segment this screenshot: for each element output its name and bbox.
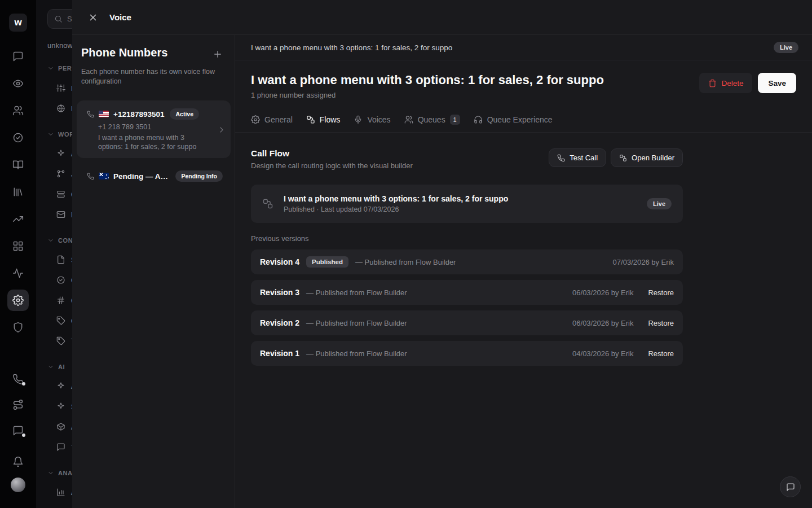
au-flag-icon: [99, 173, 109, 179]
git-branch-icon: [56, 169, 65, 178]
chat-nav-button[interactable]: [7, 420, 29, 441]
revision-row: Revision 1 — Published from Flow Builder…: [251, 341, 683, 366]
pending-info-badge[interactable]: Pending Info: [175, 170, 223, 182]
tab-label: General: [264, 115, 293, 124]
workflow-icon: [619, 154, 627, 162]
sparkles-icon: [56, 402, 65, 411]
check-circle-icon: [56, 275, 65, 284]
restore-button[interactable]: Restore: [648, 319, 674, 327]
search-placeholder: S: [67, 15, 72, 23]
bar-chart-icon: [56, 488, 65, 497]
left-rail: w: [0, 0, 36, 508]
gear-icon: [12, 295, 24, 306]
section-label: ANA: [58, 470, 73, 476]
revision-note: — Published from Flow Builder: [306, 319, 407, 327]
docs-nav-button[interactable]: [7, 154, 29, 176]
settings-nav-button[interactable]: [7, 290, 29, 311]
current-version-meta: Published · Last updated 07/03/2026: [284, 205, 508, 213]
section-label: AI: [58, 364, 65, 370]
chat-widget-button[interactable]: [780, 476, 801, 497]
phone-icon: [87, 173, 94, 180]
library-icon: [12, 186, 24, 198]
call-flow-title: Call Flow: [251, 148, 413, 159]
revision-note: — Published from Flow Builder: [306, 288, 407, 297]
phone-number-formatted: +1 218 789 3501: [77, 120, 231, 131]
voice-overlay-header: Voice: [72, 0, 812, 35]
delete-button[interactable]: Delete: [699, 73, 752, 93]
user-avatar[interactable]: [11, 478, 25, 492]
page-subtitle: 1 phone number assigned: [251, 91, 604, 99]
phone-icon: [87, 111, 94, 118]
rows-icon: [56, 190, 65, 199]
flows-nav-button[interactable]: [7, 394, 29, 415]
library-nav-button[interactable]: [7, 181, 29, 203]
tag-icon: [56, 316, 65, 325]
sidebar-section-config[interactable]: CON: [47, 236, 73, 245]
app-logo[interactable]: w: [9, 14, 27, 32]
users-icon: [404, 115, 413, 124]
sidebar-section-analytics[interactable]: ANA: [47, 468, 73, 478]
trash-icon: [708, 79, 717, 87]
restore-button[interactable]: Restore: [648, 349, 674, 358]
contacts-nav-button[interactable]: [7, 100, 29, 121]
flow-topbar-title: I want a phone menu with 3 options: 1 fo…: [251, 43, 452, 52]
phone-number-card-active[interactable]: +12187893501 Active +1 218 789 3501 I wa…: [77, 100, 231, 158]
analytics-nav-button[interactable]: [7, 208, 29, 230]
tab-flows[interactable]: Flows: [306, 115, 341, 124]
users-icon: [12, 105, 24, 116]
messages-nav-button[interactable]: [7, 46, 29, 67]
mic-icon: [354, 115, 363, 124]
chevron-right-icon: [217, 125, 226, 134]
sidebar-section-ai[interactable]: AI: [47, 362, 65, 371]
add-phone-number-button[interactable]: [210, 46, 226, 62]
app-root: w S unknown PER: [0, 0, 812, 508]
open-builder-button[interactable]: Open Builder: [611, 148, 683, 167]
activity-nav-button[interactable]: [7, 262, 29, 284]
current-version-title: I want a phone menu with 3 options: 1 fo…: [284, 194, 508, 203]
revision-row: Revision 2 — Published from Flow Builder…: [251, 310, 683, 335]
tasks-nav-button[interactable]: [7, 127, 29, 148]
route-icon: [12, 399, 24, 410]
grid-icon: [12, 240, 24, 252]
headphones-icon: [474, 115, 483, 124]
chevron-down-icon: [47, 364, 54, 370]
apps-nav-button[interactable]: [7, 235, 29, 257]
us-flag-icon: [99, 111, 109, 117]
message-icon: [56, 443, 65, 452]
revision-date: 07/03/2026 by Erik: [613, 258, 674, 266]
tab-label: Queue Experience: [487, 115, 553, 124]
overlay-title: Voice: [109, 12, 131, 22]
phone-number-card-pending[interactable]: Pending — A… Pending Info: [77, 164, 231, 189]
revision-date: 06/03/2026 by Erik: [572, 288, 633, 297]
voice-nav-button[interactable]: [7, 369, 29, 390]
sidebar-section-personal[interactable]: PER: [47, 64, 72, 73]
sliders-icon: [56, 84, 65, 93]
restore-button[interactable]: Restore: [648, 288, 674, 297]
test-call-button[interactable]: Test Call: [549, 148, 606, 167]
tab-queues[interactable]: Queues 1: [404, 115, 460, 125]
close-button[interactable]: [85, 9, 102, 26]
shield-icon: [12, 322, 24, 333]
notifications-button[interactable]: [7, 451, 29, 472]
tab-general[interactable]: General: [251, 115, 293, 124]
section-label: CON: [58, 237, 73, 244]
tab-queue-experience[interactable]: Queue Experience: [474, 115, 553, 124]
chevron-down-icon: [47, 237, 54, 244]
revision-row: Revision 4 Published — Published from Fl…: [251, 249, 683, 274]
close-icon: [88, 12, 98, 23]
settings-tabs: General Flows Voices Queues 1 Queue Expe…: [235, 107, 812, 133]
chevron-down-icon: [47, 470, 54, 476]
revision-note: — Published from Flow Builder: [306, 349, 407, 358]
save-button[interactable]: Save: [758, 73, 796, 93]
tab-label: Queues: [418, 115, 445, 124]
watch-nav-button[interactable]: [7, 73, 29, 94]
box-icon: [56, 422, 65, 431]
chevron-down-icon: [47, 131, 54, 138]
security-nav-button[interactable]: [7, 317, 29, 338]
sidebar-section-workspace[interactable]: WOR: [47, 130, 74, 139]
tab-voices[interactable]: Voices: [354, 115, 390, 124]
revision-row: Revision 3 — Published from Flow Builder…: [251, 280, 683, 305]
chevron-down-icon: [47, 65, 54, 72]
phone-number: Pending — A…: [113, 172, 168, 181]
section-label: PER: [58, 65, 72, 72]
